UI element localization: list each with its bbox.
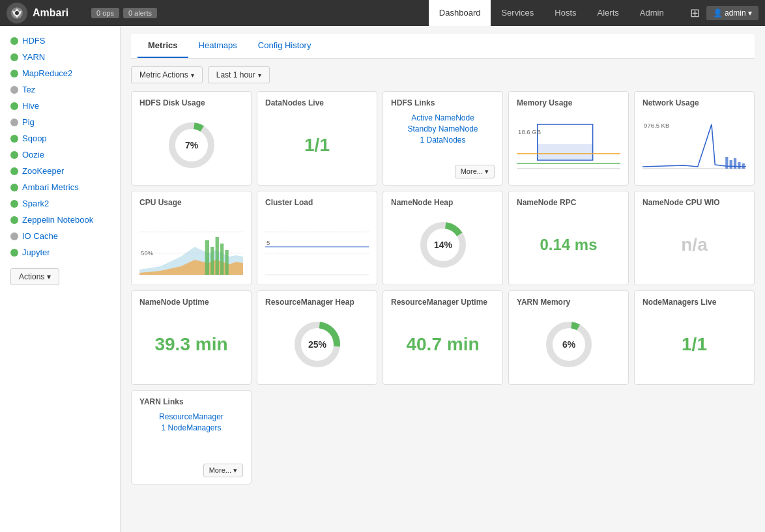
sidebar-item-label: Ambari Metrics	[22, 182, 79, 192]
namenode-cpuwio-value: n/a	[681, 211, 707, 278]
namenode-heap-donut: 14%	[391, 211, 495, 278]
tab-metrics[interactable]: Metrics	[137, 34, 188, 58]
metrics-tabs: Metrics Heatmaps Config History	[131, 34, 755, 59]
sidebar-item-label: Sqoop	[22, 133, 47, 143]
datanodes-value: 1/1	[304, 111, 330, 178]
sidebar-item-spark2[interactable]: Spark2	[0, 195, 120, 212]
card-cluster-load: Cluster Load 5	[257, 191, 377, 285]
yarn-links-more-button[interactable]: More... ▾	[203, 464, 243, 477]
sidebar-item-hdfs[interactable]: HDFS	[0, 33, 120, 49]
sidebar-item-label: HDFS	[22, 36, 45, 46]
app-title: Ambari	[33, 7, 68, 19]
card-namenode-cpuwio: NameNode CPU WIO n/a	[634, 191, 755, 285]
svg-text:14%: 14%	[433, 240, 452, 250]
hdfs-link-standby-namenode[interactable]: Standby NameNode	[391, 124, 495, 133]
card-memory-title: Memory Usage	[517, 98, 620, 107]
topnav-tabs: Dashboard Services Hosts Alerts Admin	[429, 0, 674, 26]
sidebar-item-hive[interactable]: Hive	[0, 98, 120, 114]
card-yarn-links: YARN Links ResourceManager 1 NodeManager…	[131, 390, 252, 484]
metrics-toolbar: Metric Actions ▾ Last 1 hour ▾	[131, 66, 755, 83]
ops-alerts: 0 ops 0 alerts	[91, 8, 157, 18]
svg-rect-12	[725, 157, 728, 169]
tab-alerts[interactable]: Alerts	[587, 0, 629, 26]
tab-heatmaps[interactable]: Heatmaps	[188, 34, 248, 58]
metrics-row-2: CPU Usage	[131, 191, 755, 285]
status-dot-green	[10, 135, 18, 143]
tab-config-history[interactable]: Config History	[248, 34, 322, 58]
sidebar-item-label: Pig	[22, 117, 35, 127]
sidebar-item-pig[interactable]: Pig	[0, 114, 120, 130]
sidebar-item-label: ZooKeeper	[22, 166, 64, 176]
card-yarn-memory: YARN Memory 6%	[508, 290, 629, 385]
svg-rect-24	[210, 247, 214, 275]
last-hour-button[interactable]: Last 1 hour ▾	[208, 66, 270, 83]
namenode-rpc-value: 0.14 ms	[517, 211, 620, 278]
alerts-badge[interactable]: 0 alerts	[123, 8, 157, 18]
admin-button[interactable]: 👤 admin ▾	[706, 6, 758, 20]
status-dot-green	[10, 184, 18, 191]
network-chart: 976.5 KB	[642, 111, 746, 178]
card-namenode-rpc: NameNode RPC 0.14 ms	[508, 191, 629, 285]
status-dot-green	[10, 70, 18, 77]
hdfs-disk-donut: 7%	[139, 111, 243, 178]
metric-actions-button[interactable]: Metric Actions ▾	[131, 66, 203, 83]
grid-icon[interactable]: ⊞	[687, 3, 702, 23]
status-dot-green	[10, 53, 18, 61]
actions-button[interactable]: Actions ▾	[10, 268, 59, 285]
sidebar-item-mapreduce2[interactable]: MapReduce2	[0, 65, 120, 81]
sidebar-item-label: Spark2	[22, 199, 49, 208]
hdfs-link-active-namenode[interactable]: Active NameNode	[391, 113, 495, 122]
svg-point-1	[15, 11, 19, 15]
metrics-row-1: HDFS Disk Usage 7% DataNodes Live 1/1 HD…	[131, 91, 755, 186]
sidebar-item-sqoop[interactable]: Sqoop	[0, 130, 120, 147]
nodemanagers-value: 1/1	[682, 311, 707, 378]
card-network: Network Usage 976.5 KB	[634, 91, 755, 186]
status-dot-grey	[10, 119, 18, 126]
card-memory: Memory Usage 18.6 GB	[508, 91, 629, 186]
tab-hosts[interactable]: Hosts	[544, 0, 586, 26]
namenode-uptime-value: 39.3 min	[139, 311, 243, 378]
hdfs-links-more-button[interactable]: More... ▾	[455, 165, 495, 178]
sidebar-item-yarn[interactable]: YARN	[0, 49, 120, 65]
card-yarn-memory-title: YARN Memory	[517, 298, 620, 307]
card-hdfs-disk: HDFS Disk Usage 7%	[131, 91, 252, 186]
hdfs-link-datanodes[interactable]: 1 DataNodes	[391, 135, 495, 145]
sidebar-item-oozie[interactable]: Oozie	[0, 147, 120, 163]
topnav-right: ⊞ 👤 admin ▾	[687, 3, 758, 23]
tab-admin[interactable]: Admin	[629, 0, 674, 26]
status-dot-green	[10, 167, 18, 175]
tab-dashboard[interactable]: Dashboard	[429, 0, 491, 26]
sidebar: HDFSYARNMapReduce2TezHivePigSqoopOozieZo…	[0, 26, 121, 532]
card-datanodes: DataNodes Live 1/1	[257, 91, 377, 186]
yarn-link-rm[interactable]: ResourceManager	[139, 412, 243, 421]
svg-text:976.5 KB: 976.5 KB	[644, 122, 669, 129]
status-dot-grey	[10, 232, 18, 240]
card-network-title: Network Usage	[642, 98, 746, 107]
svg-text:6%: 6%	[562, 339, 575, 350]
svg-rect-25	[216, 237, 219, 275]
card-rm-uptime: ResourceManager Uptime 40.7 min	[382, 290, 503, 385]
tab-services[interactable]: Services	[491, 0, 544, 26]
sidebar-item-zookeeper[interactable]: ZooKeeper	[0, 163, 120, 179]
card-hdfs-disk-title: HDFS Disk Usage	[139, 98, 243, 107]
yarn-links-row: YARN Links ResourceManager 1 NodeManager…	[131, 390, 755, 484]
sidebar-item-ambari-metrics[interactable]: Ambari Metrics	[0, 179, 120, 195]
rm-uptime-value: 40.7 min	[391, 311, 495, 378]
card-namenode-heap: NameNode Heap 14%	[382, 191, 503, 285]
sidebar-item-tez[interactable]: Tez	[0, 81, 120, 98]
content-area: Metrics Heatmaps Config History Metric A…	[121, 26, 765, 532]
metrics-row-3: NameNode Uptime 39.3 min ResourceManager…	[131, 290, 755, 385]
sidebar-item-jupyter[interactable]: Jupyter	[0, 244, 120, 260]
rm-heap-donut: 25%	[265, 311, 369, 378]
yarn-link-nodemanagers[interactable]: 1 NodeManagers	[139, 423, 243, 432]
card-nodemanagers-title: NodeManagers Live	[642, 298, 746, 307]
logo-icon	[7, 3, 27, 23]
sidebar-item-zeppelin-notebook[interactable]: Zeppelin Notebook	[0, 212, 120, 228]
sidebar-item-io-cache[interactable]: IO Cache	[0, 228, 120, 244]
svg-rect-7	[538, 144, 593, 160]
svg-text:7%: 7%	[184, 140, 198, 150]
svg-rect-15	[738, 162, 740, 169]
sidebar-item-label: IO Cache	[22, 231, 58, 241]
status-dot-green	[10, 37, 18, 45]
ops-badge[interactable]: 0 ops	[91, 8, 119, 18]
